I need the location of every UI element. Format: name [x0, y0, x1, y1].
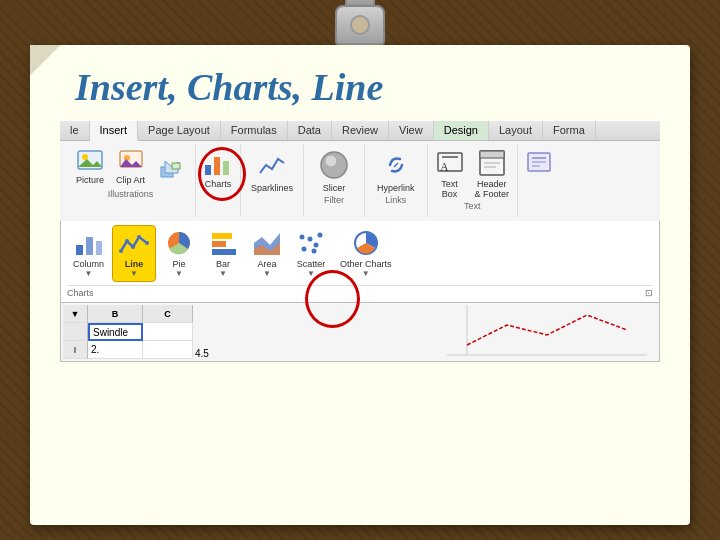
paper-corner — [30, 45, 60, 75]
tab-design[interactable]: Design — [434, 121, 489, 140]
clip-hole — [350, 15, 370, 35]
svg-rect-28 — [96, 241, 102, 255]
clip-art-label: Clip Art — [116, 175, 145, 185]
svg-text:A: A — [440, 160, 449, 174]
svg-line-14 — [394, 163, 398, 167]
charts-group: Charts — [196, 145, 241, 217]
svg-point-31 — [131, 245, 135, 249]
filter-label: Filter — [324, 195, 344, 205]
text-group: A TextBox Header& Footer — [428, 145, 519, 217]
illustrations-label: Illustrations — [108, 189, 154, 199]
bottom-value: 4.5 — [195, 348, 209, 359]
text-box-button[interactable]: A TextBox — [432, 147, 468, 201]
chart-bar-btn[interactable]: Bar ▼ — [202, 226, 244, 281]
line-label: Line — [125, 259, 144, 269]
svg-point-32 — [137, 235, 141, 239]
svg-rect-26 — [76, 245, 83, 255]
sparklines-button[interactable]: Sparklines — [247, 147, 297, 195]
hyperlink-button[interactable]: Hyperlink — [373, 147, 419, 195]
slicer-button[interactable]: Slicer — [314, 147, 354, 195]
svg-rect-10 — [214, 157, 220, 175]
ribbon-tabs: le Insert Page Layout Formulas Data Revi… — [60, 121, 660, 141]
more-button[interactable] — [522, 147, 558, 181]
picture-button[interactable]: Picture — [72, 147, 108, 187]
clipboard: Insert, Charts, Line le Insert Page Layo… — [20, 15, 700, 525]
tab-review[interactable]: Review — [332, 121, 389, 140]
tab-page-layout[interactable]: Page Layout — [138, 121, 221, 140]
ribbon-container: le Insert Page Layout Formulas Data Revi… — [60, 121, 660, 362]
svg-point-45 — [312, 249, 317, 254]
col-b: B Swindle 2. — [88, 305, 143, 359]
svg-rect-9 — [205, 165, 211, 175]
tab-data[interactable]: Data — [288, 121, 332, 140]
bar-label: Bar — [216, 259, 230, 269]
col-c: C — [143, 305, 193, 359]
svg-point-42 — [314, 243, 319, 248]
tab-file[interactable]: le — [60, 121, 90, 140]
scatter-label: Scatter — [297, 259, 326, 269]
pie-label: Pie — [173, 259, 186, 269]
tab-view[interactable]: View — [389, 121, 434, 140]
hyperlink-group: Hyperlink Links — [365, 145, 428, 217]
tab-layout[interactable]: Layout — [489, 121, 543, 140]
slicer-group: Slicer Filter — [304, 145, 365, 217]
chart-types-row: Column ▼ Line — [67, 225, 653, 282]
bottom-row: 4.5 — [195, 348, 209, 359]
row-numbers: ▼ I — [63, 305, 88, 359]
svg-rect-37 — [212, 249, 236, 255]
charts-label: Charts — [205, 179, 232, 189]
page-title: Insert, Charts, Line — [60, 65, 660, 109]
illustrations-group: Picture Clip Art — [66, 145, 196, 217]
svg-point-30 — [125, 239, 129, 243]
clip-art-button[interactable]: Clip Art — [112, 147, 149, 187]
svg-point-41 — [308, 237, 313, 242]
cell-2: 2. — [91, 344, 99, 355]
shapes-button[interactable] — [153, 157, 189, 187]
clip-body — [335, 5, 385, 45]
charts-section-footer: Charts ⊡ — [67, 285, 653, 298]
cell-swindle: Swindle — [93, 327, 128, 338]
svg-point-40 — [302, 247, 307, 252]
chart-line-btn[interactable]: Line ▼ — [112, 225, 156, 282]
more-group — [518, 145, 562, 217]
charts-footer-label: Charts — [67, 288, 94, 298]
chart-column-btn[interactable]: Column ▼ — [67, 226, 110, 281]
tab-formulas[interactable]: Formulas — [221, 121, 288, 140]
svg-rect-35 — [212, 233, 232, 239]
svg-rect-27 — [86, 237, 93, 255]
chart-area-btn[interactable]: Area ▼ — [246, 226, 288, 281]
header-footer-button[interactable]: Header& Footer — [471, 147, 514, 201]
charts-btn[interactable]: Charts — [202, 147, 234, 189]
svg-point-33 — [145, 241, 149, 245]
chart-pie-btn[interactable]: Pie ▼ — [158, 226, 200, 281]
links-label: Links — [385, 195, 406, 205]
chart-other-btn[interactable]: Other Charts ▼ — [334, 226, 398, 281]
tab-insert[interactable]: Insert — [90, 121, 139, 141]
svg-rect-36 — [212, 241, 226, 247]
spreadsheet-preview: ▼ I B Swindle 2. C — [60, 303, 660, 362]
svg-rect-8 — [172, 163, 180, 169]
svg-point-13 — [325, 155, 337, 167]
sparklines-group: Sparklines — [241, 145, 304, 217]
svg-rect-11 — [223, 161, 229, 175]
chart-scatter-btn[interactable]: Scatter ▼ — [290, 226, 332, 281]
area-label: Area — [258, 259, 277, 269]
tab-format[interactable]: Forma — [543, 121, 596, 140]
svg-point-29 — [119, 249, 123, 253]
chart-dropdown-popup: Column ▼ Line — [60, 221, 660, 303]
ribbon-main-content: Picture Clip Art — [60, 141, 660, 221]
clipboard-clip — [330, 5, 390, 60]
sparklines-label: Sparklines — [251, 183, 293, 193]
text-label: Text — [464, 201, 481, 211]
svg-rect-19 — [480, 151, 504, 158]
chart-area-preview — [209, 305, 657, 359]
svg-point-44 — [300, 235, 305, 240]
picture-label: Picture — [76, 175, 104, 185]
svg-point-43 — [318, 233, 323, 238]
paper: Insert, Charts, Line le Insert Page Layo… — [30, 45, 690, 525]
other-charts-label: Other Charts — [340, 259, 392, 269]
column-label: Column — [73, 259, 104, 269]
